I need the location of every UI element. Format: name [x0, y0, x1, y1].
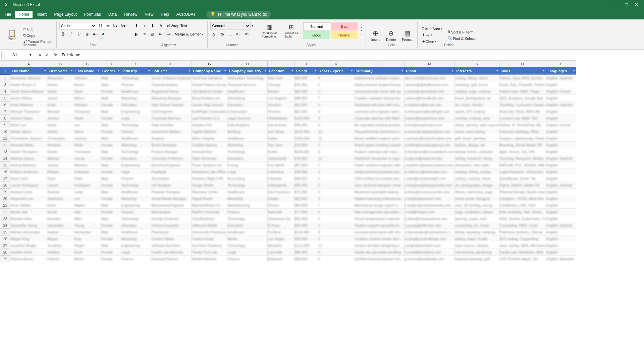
data-cell[interactable]: Mechanical design expert in aerospace co… — [354, 202, 405, 209]
data-cell[interactable]: $120,000 — [294, 115, 318, 122]
header-cell-job-title[interactable]: Job Title▾ — [151, 67, 192, 75]
data-cell[interactable]: Michael Thompson — [10, 108, 47, 115]
data-cell[interactable]: Marketing — [121, 142, 151, 148]
data-cell[interactable]: Male — [101, 175, 121, 182]
data-cell[interactable]: 8 — [318, 75, 354, 81]
data-cell[interactable]: Brand Builders Inc — [192, 95, 227, 101]
fill-button[interactable]: ⬇ Fill ▾ — [420, 32, 444, 38]
data-cell[interactable]: e.martinez@lincoln.edu — [405, 101, 455, 108]
header-cell-languages[interactable]: Languages▾ — [546, 67, 576, 75]
data-cell[interactable]: Electrical Engineer — [151, 162, 192, 168]
data-cell[interactable]: Kevin Walker — [10, 202, 47, 209]
col-p[interactable]: P — [546, 61, 576, 67]
data-cell[interactable]: Brandon — [47, 215, 74, 222]
data-cell[interactable]: Heather Scott — [10, 249, 47, 256]
data-cell[interactable]: Taylor — [74, 115, 101, 122]
data-cell[interactable]: Houston — [268, 101, 294, 108]
data-cell[interactable]: Jonathan Wright — [10, 242, 47, 249]
underline-button[interactable]: U — [75, 30, 83, 38]
data-cell[interactable]: Financial Analyst — [151, 81, 192, 88]
header-cell-industry[interactable]: Industry▾ — [121, 67, 151, 75]
data-cell[interactable]: Lewis — [74, 189, 101, 195]
data-cell[interactable]: open source, robotics — [455, 242, 499, 249]
menu-view[interactable]: View — [142, 11, 157, 18]
menu-file[interactable]: File — [1, 11, 14, 18]
data-cell[interactable]: $115,000 — [294, 242, 318, 249]
data-cell[interactable]: Male — [101, 75, 121, 81]
data-cell[interactable]: English, Spanish — [546, 101, 576, 108]
data-cell[interactable]: Engineering — [121, 202, 151, 209]
data-cell[interactable]: English, French — [546, 88, 576, 95]
data-cell[interactable]: Legal Services — [227, 115, 268, 122]
data-cell[interactable]: cars, 3D printing, racing — [455, 202, 499, 209]
data-cell[interactable]: Melissa Garcia — [10, 155, 47, 162]
data-cell[interactable]: Python, Java, AWS, Docker — [499, 75, 546, 81]
data-cell[interactable]: Content Kings — [192, 235, 227, 242]
header-cell-summary[interactable]: Summary▾ — [354, 67, 405, 75]
data-cell[interactable]: Male — [101, 202, 121, 209]
data-cell[interactable]: Garcia — [74, 155, 101, 162]
table-row[interactable]: 4Sarah Davis-WilliamsSarahDavisFemaleHea… — [0, 88, 576, 95]
data-cell[interactable]: $95,000 — [294, 75, 318, 81]
bad-style-btn[interactable]: Bad — [331, 22, 358, 30]
data-cell[interactable]: Emily — [47, 101, 74, 108]
col-d[interactable]: D — [101, 61, 121, 67]
data-cell[interactable]: Daniel Thompson — [10, 148, 47, 155]
confirm-formula-icon[interactable]: ✓ — [44, 52, 50, 58]
cancel-formula-icon[interactable]: ✕ — [37, 52, 43, 58]
restore-btn[interactable]: □ — [623, 1, 631, 8]
italic-button[interactable]: I — [67, 30, 75, 38]
data-cell[interactable]: Scott — [74, 249, 101, 256]
align-right-btn[interactable]: ▧ — [149, 30, 156, 38]
data-cell[interactable]: investing, golf, tennis — [455, 81, 499, 88]
data-cell[interactable]: Digital Reach — [192, 195, 227, 202]
data-cell[interactable]: New York — [268, 75, 294, 81]
currency-btn[interactable]: $ — [210, 30, 218, 38]
text-direction-btn[interactable]: ↰ — [157, 22, 164, 29]
data-cell[interactable]: Jessica Taylor — [10, 115, 47, 122]
data-cell[interactable]: Stephanie — [47, 195, 74, 202]
data-cell[interactable]: Brandon Allen — [10, 215, 47, 222]
data-cell[interactable]: San Jose — [268, 142, 294, 148]
data-cell[interactable]: Law Partners LLC — [192, 115, 227, 122]
align-left-btn[interactable]: ◧ — [133, 30, 140, 38]
data-cell[interactable]: Information Technology — [227, 75, 268, 81]
data-cell[interactable]: Hall — [74, 209, 101, 215]
data-cell[interactable]: Metro Hospital — [192, 135, 227, 142]
col-b[interactable]: B — [47, 61, 74, 67]
good-style-btn[interactable]: Good — [303, 31, 330, 39]
col-j[interactable]: J — [294, 61, 318, 67]
data-cell[interactable]: BuildRight Corporation — [192, 108, 227, 115]
table-row[interactable]: 28Heather ScottHeatherScottFemaleLegalFa… — [0, 249, 576, 256]
data-cell[interactable]: $54,000 — [294, 222, 318, 229]
data-cell[interactable]: Marketing — [121, 235, 151, 242]
data-cell[interactable]: Risk modeling, VaR, Stress — [499, 209, 546, 215]
data-cell[interactable]: Corporate attorney with M&A transaction … — [354, 115, 405, 122]
data-cell[interactable]: Risk management specialist in financial … — [354, 209, 405, 215]
data-cell[interactable]: Physical therapy, Sports med — [499, 189, 546, 195]
data-cell[interactable]: English — [546, 242, 576, 249]
data-cell[interactable]: English — [546, 142, 576, 148]
data-cell[interactable]: $85,000 — [294, 182, 318, 189]
data-cell[interactable]: Martinez — [74, 162, 101, 168]
col-k[interactable]: K — [318, 61, 354, 67]
data-cell[interactable]: gaming, crypto, tech — [455, 215, 499, 222]
data-cell[interactable]: Counseling, PBIS, Crisis — [499, 222, 546, 229]
data-cell[interactable]: Samantha Young — [10, 222, 47, 229]
table-row[interactable]: 13Daniel ThompsonDanielThompsonMaleTechn… — [0, 148, 576, 155]
data-cell[interactable]: Philadelphia — [268, 115, 294, 122]
data-cell[interactable]: Financial modeling, M&A — [499, 128, 546, 135]
decrease-font-btn[interactable]: A▼ — [120, 22, 127, 29]
data-cell[interactable]: Banking — [227, 128, 268, 135]
data-cell[interactable]: English — [546, 215, 576, 222]
data-cell[interactable]: Technology — [121, 122, 151, 128]
data-cell[interactable]: Energy — [227, 162, 268, 168]
data-cell[interactable]: Technology — [121, 148, 151, 155]
col-i[interactable]: I — [268, 61, 294, 67]
header-cell-years-experience[interactable]: Years Experience▾ — [318, 67, 354, 75]
data-cell[interactable]: Patient care, EMR, Triage — [499, 88, 546, 95]
data-cell[interactable]: Power systems engineer with renewable en… — [354, 162, 405, 168]
data-cell[interactable]: 6 — [318, 209, 354, 215]
menu-help[interactable]: Help — [157, 11, 172, 18]
tell-me-bar[interactable]: 💡 Tell me what you want to do — [206, 11, 271, 18]
